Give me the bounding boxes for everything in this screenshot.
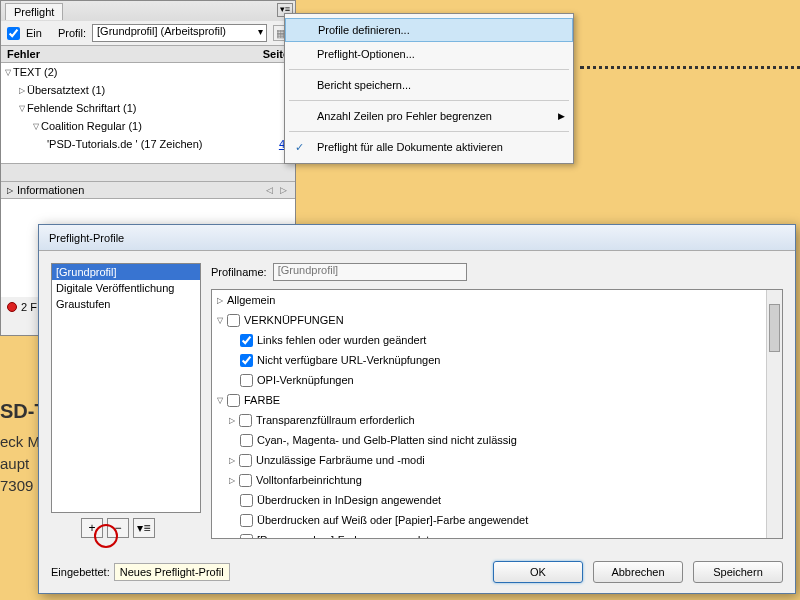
preflight-profiles-dialog: Preflight-Profile [Grundprofil] Digitale… bbox=[38, 224, 796, 594]
cancel-button[interactable]: Abbrechen bbox=[593, 561, 683, 583]
delete-profile-button[interactable]: − bbox=[107, 518, 129, 538]
submenu-arrow-icon: ▶ bbox=[558, 111, 565, 121]
profile-list-item[interactable]: Graustufen bbox=[52, 296, 200, 312]
tree-cmyk[interactable]: Cyan-, Magenta- und Gelb-Platten sind ni… bbox=[212, 430, 782, 450]
tree-transparenz[interactable]: ▷Transparenzfüllraum erforderlich bbox=[212, 410, 782, 430]
profile-list-item[interactable]: [Grundprofil] bbox=[52, 264, 200, 280]
new-profile-button[interactable]: + bbox=[81, 518, 103, 538]
dotted-line bbox=[580, 66, 800, 69]
profilename-label: Profilname: bbox=[211, 266, 267, 278]
tree-vollton[interactable]: ▷Volltonfarbeinrichtung bbox=[212, 470, 782, 490]
tree-url[interactable]: Nicht verfügbare URL-Verknüpfungen bbox=[212, 350, 782, 370]
menu-define-profiles[interactable]: Profile definieren... bbox=[285, 18, 573, 42]
save-button[interactable]: Speichern bbox=[693, 561, 783, 583]
chk-ueberdruck1[interactable] bbox=[240, 494, 253, 507]
info-nav-arrows[interactable]: ◁ ▷ bbox=[266, 185, 289, 195]
chk-opi[interactable] bbox=[240, 374, 253, 387]
profile-list[interactable]: [Grundprofil] Digitale Veröffentlichung … bbox=[51, 263, 201, 513]
chk-farbe[interactable] bbox=[227, 394, 240, 407]
embedded-label: Eingebettet: bbox=[51, 566, 110, 578]
tree-row-fehlende-schrift[interactable]: ▽Fehlende Schriftart (1) bbox=[1, 99, 295, 117]
status-error-icon bbox=[7, 302, 17, 312]
on-label: Ein bbox=[26, 27, 42, 39]
menu-save-report[interactable]: Bericht speichern... bbox=[285, 73, 573, 97]
profile-list-item[interactable]: Digitale Veröffentlichung bbox=[52, 280, 200, 296]
tree-links-fehlen[interactable]: Links fehlen oder wurden geändert bbox=[212, 330, 782, 350]
error-tree: ▽TEXT (2) ▷Übersatztext (1) ▽Fehlende Sc… bbox=[1, 63, 295, 163]
chk-passer[interactable] bbox=[240, 534, 253, 540]
tree-row-uebersatz[interactable]: ▷Übersatztext (1) bbox=[1, 81, 295, 99]
profile-menu-button[interactable]: ▾≡ bbox=[133, 518, 155, 538]
profilename-input[interactable]: [Grundprofil] bbox=[273, 263, 467, 281]
panel-flyout-menu: Profile definieren... Preflight-Optionen… bbox=[284, 13, 574, 164]
profile-label: Profil: bbox=[58, 27, 86, 39]
menu-limit-rows[interactable]: Anzahl Zeilen pro Fehler begrenzen▶ bbox=[285, 104, 573, 128]
settings-tree: ▷Allgemein ▽VERKNÜPFUNGEN Links fehlen o… bbox=[211, 289, 783, 539]
chk-links-fehlen[interactable] bbox=[240, 334, 253, 347]
menu-preflight-options[interactable]: Preflight-Optionen... bbox=[285, 42, 573, 66]
chk-ueberdruck2[interactable] bbox=[240, 514, 253, 527]
chk-url[interactable] bbox=[240, 354, 253, 367]
tree-farbe[interactable]: ▽FARBE bbox=[212, 390, 782, 410]
preflight-enable-checkbox[interactable] bbox=[7, 27, 20, 40]
new-profile-tooltip: Neues Preflight-Profil bbox=[114, 563, 230, 581]
info-section-header[interactable]: ▷ Informationen ◁ ▷ bbox=[1, 181, 295, 199]
checkmark-icon: ✓ bbox=[295, 141, 304, 154]
chk-farbraum[interactable] bbox=[239, 454, 252, 467]
chk-cmyk[interactable] bbox=[240, 434, 253, 447]
tree-passermarken[interactable]: [Passermarken]-Farbe angewendet bbox=[212, 530, 782, 539]
panel-tab-preflight[interactable]: Preflight bbox=[5, 3, 63, 20]
dialog-titlebar: Preflight-Profile bbox=[39, 225, 795, 251]
tree-allgemein[interactable]: ▷Allgemein bbox=[212, 290, 782, 310]
col-header-error: Fehler bbox=[7, 48, 263, 60]
profile-dropdown[interactable]: [Grundprofil] (Arbeitsprofil) bbox=[92, 24, 267, 42]
tree-opi[interactable]: OPI-Verknüpfungen bbox=[212, 370, 782, 390]
chk-verknuepfungen[interactable] bbox=[227, 314, 240, 327]
tree-row-coalition[interactable]: ▽Coalition Regular (1) bbox=[1, 117, 295, 135]
tree-ueberdruck-indesign[interactable]: Überdrucken in InDesign angewendet bbox=[212, 490, 782, 510]
tree-verknuepfungen[interactable]: ▽VERKNÜPFUNGEN bbox=[212, 310, 782, 330]
tree-row-psd[interactable]: 'PSD-Tutorials.de ' (17 Zeichen)4 bbox=[1, 135, 295, 153]
tree-farbraum[interactable]: ▷Unzulässige Farbräume und -modi bbox=[212, 450, 782, 470]
settings-scrollbar[interactable] bbox=[766, 290, 782, 538]
chk-vollton[interactable] bbox=[239, 474, 252, 487]
tree-row-text-group[interactable]: ▽TEXT (2) bbox=[1, 63, 295, 81]
chk-transparenz[interactable] bbox=[239, 414, 252, 427]
menu-all-documents[interactable]: ✓Preflight für alle Dokumente aktivieren bbox=[285, 135, 573, 159]
tree-ueberdruck-weiss[interactable]: Überdrucken auf Weiß oder [Papier]-Farbe… bbox=[212, 510, 782, 530]
ok-button[interactable]: OK bbox=[493, 561, 583, 583]
